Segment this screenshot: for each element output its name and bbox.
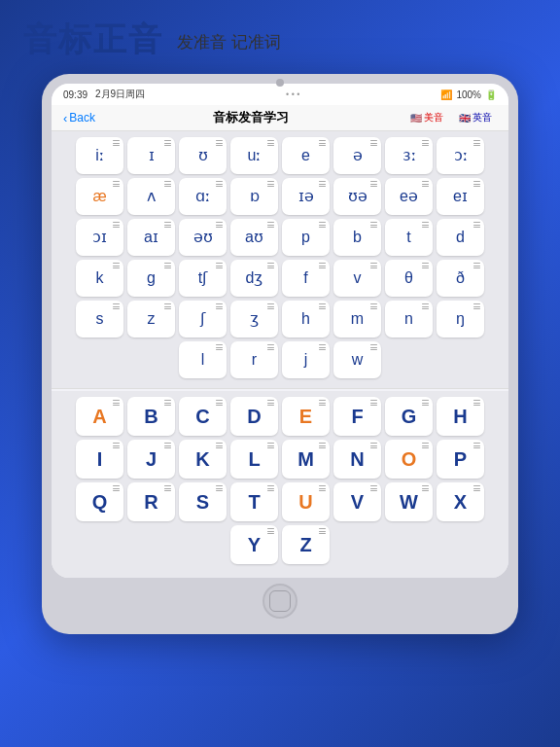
phonetic-key-3-2[interactable]: tʃ [179,260,227,297]
phonetic-key-2-2[interactable]: əʊ [179,219,227,256]
phonetic-key-0-4[interactable]: e [282,137,330,174]
phonetic-symbol-4-4: h [301,311,310,327]
phonetic-symbol-4-6: n [404,311,413,327]
alpha-key-2-6[interactable]: W [385,482,433,521]
home-button[interactable] [262,584,298,619]
phonetic-key-1-5[interactable]: ʊə [333,178,381,215]
phonetic-key-0-1[interactable]: ɪ [127,137,175,174]
phonetic-key-0-6[interactable]: ɜː [385,137,433,174]
phonetic-key-4-2[interactable]: ʃ [179,301,227,338]
phonetic-key-2-5[interactable]: b [333,219,381,256]
alpha-key-0-1[interactable]: B [127,397,175,436]
phonetic-key-1-1[interactable]: ʌ [127,178,175,215]
phonetic-key-3-6[interactable]: θ [385,260,433,297]
phonetic-key-4-7[interactable]: ŋ [437,301,484,338]
phonetic-symbol-5-3: w [352,352,364,368]
phonetic-key-4-4[interactable]: h [282,301,330,338]
alpha-symbol-3-0: Y [248,535,261,554]
phonetic-key-2-3[interactable]: aʊ [230,219,278,256]
alpha-key-1-7[interactable]: P [437,440,484,479]
alpha-key-2-4[interactable]: U [282,482,330,521]
phonetic-key-0-5[interactable]: ə [333,137,381,174]
alpha-key-1-0[interactable]: I [76,440,123,479]
phonetic-symbol-0-7: ɔː [454,148,468,163]
alpha-key-0-6[interactable]: G [385,397,433,436]
phonetic-key-5-1[interactable]: r [230,341,278,378]
alpha-key-2-5[interactable]: V [333,482,381,521]
alpha-key-0-5[interactable]: F [333,397,381,436]
phonetic-key-4-0[interactable]: s [76,301,123,338]
phonetic-key-0-3[interactable]: uː [230,137,278,174]
phonetic-symbol-1-7: eɪ [453,189,468,204]
alpha-key-2-0[interactable]: Q [76,482,123,521]
alpha-key-3-1[interactable]: Z [282,525,330,564]
wifi-icon: 📶 [440,89,452,100]
alpha-key-0-0[interactable]: A [76,397,123,436]
alpha-key-2-7[interactable]: X [437,482,484,521]
phonetic-key-1-2[interactable]: ɑː [179,178,227,215]
phonetic-key-5-0[interactable]: l [179,341,227,378]
alpha-key-1-2[interactable]: K [179,440,227,479]
alpha-key-2-3[interactable]: T [230,482,278,521]
alpha-symbol-0-7: H [453,407,467,426]
divider [52,388,508,389]
phonetic-key-3-3[interactable]: dʒ [230,260,278,297]
us-label: 美音 [424,111,443,124]
phonetic-key-2-4[interactable]: p [282,219,330,256]
phonetic-row-2: ɔɪaɪəʊaʊpbtd [59,219,501,256]
alpha-key-1-5[interactable]: N [333,440,381,479]
phonetic-key-3-7[interactable]: ð [437,260,484,297]
alpha-key-3-0[interactable]: Y [230,525,278,564]
alpha-symbol-2-6: W [400,492,418,512]
phonetic-key-5-2[interactable]: j [282,341,330,378]
uk-accent-button[interactable]: 🇬🇧 英音 [454,109,497,126]
phonetic-key-4-5[interactable]: m [333,301,381,338]
phonetic-key-0-7[interactable]: ɔː [437,137,484,174]
alpha-key-1-4[interactable]: M [282,440,330,479]
alpha-symbol-1-1: J [146,449,157,469]
phonetic-key-3-1[interactable]: g [127,260,175,297]
alpha-symbol-1-3: L [248,449,260,469]
phonetic-key-2-0[interactable]: ɔɪ [76,219,123,256]
phonetic-key-2-1[interactable]: aɪ [127,219,175,256]
phonetic-key-1-7[interactable]: eɪ [437,178,484,215]
alpha-key-0-2[interactable]: C [179,397,227,436]
phonetic-key-2-7[interactable]: d [437,219,484,256]
alpha-key-1-3[interactable]: L [230,440,278,479]
phonetic-key-1-0[interactable]: æ [76,178,123,215]
phonetic-key-4-3[interactable]: ʒ [230,301,278,338]
phonetic-key-1-3[interactable]: ɒ [230,178,278,215]
alpha-key-0-7[interactable]: H [437,397,484,436]
phonetic-key-4-6[interactable]: n [385,301,433,338]
alpha-key-2-2[interactable]: S [179,482,227,521]
phonetic-key-3-5[interactable]: v [333,260,381,297]
phonetic-key-4-1[interactable]: z [127,301,175,338]
phonetic-symbol-3-5: v [354,270,362,286]
phonetic-symbol-4-5: m [351,311,364,327]
alpha-key-2-1[interactable]: R [127,482,175,521]
alpha-key-0-4[interactable]: E [282,397,330,436]
alpha-key-1-6[interactable]: O [385,440,433,479]
alpha-key-0-3[interactable]: D [230,397,278,436]
alpha-key-1-1[interactable]: J [127,440,175,479]
phonetic-key-1-4[interactable]: ɪə [282,178,330,215]
phonetic-key-3-4[interactable]: f [282,260,330,297]
alpha-symbol-1-4: M [298,449,314,469]
phonetic-key-3-0[interactable]: k [76,260,123,297]
battery-icon: 🔋 [485,89,497,100]
phonetic-row-5: lrjw [59,341,501,378]
us-accent-button[interactable]: 🇺🇸 美音 [405,109,448,126]
phonetic-key-2-6[interactable]: t [385,219,433,256]
phonetic-symbol-2-1: aɪ [144,230,158,245]
phonetic-key-0-2[interactable]: ʊ [179,137,227,174]
phonetic-symbol-0-0: iː [95,148,104,163]
phonetic-symbol-2-2: əʊ [193,230,213,245]
back-button[interactable]: ‹ Back [63,111,95,125]
alpha-row-2: QRSTUVWX [59,482,501,521]
phonetic-key-0-0[interactable]: iː [76,137,123,174]
phonetic-key-1-6[interactable]: eə [385,178,433,215]
uk-flag-icon: 🇬🇧 [459,113,471,124]
phonetic-symbol-4-7: ŋ [456,311,465,327]
alpha-symbol-0-2: C [195,407,209,426]
phonetic-key-5-3[interactable]: w [333,341,381,378]
